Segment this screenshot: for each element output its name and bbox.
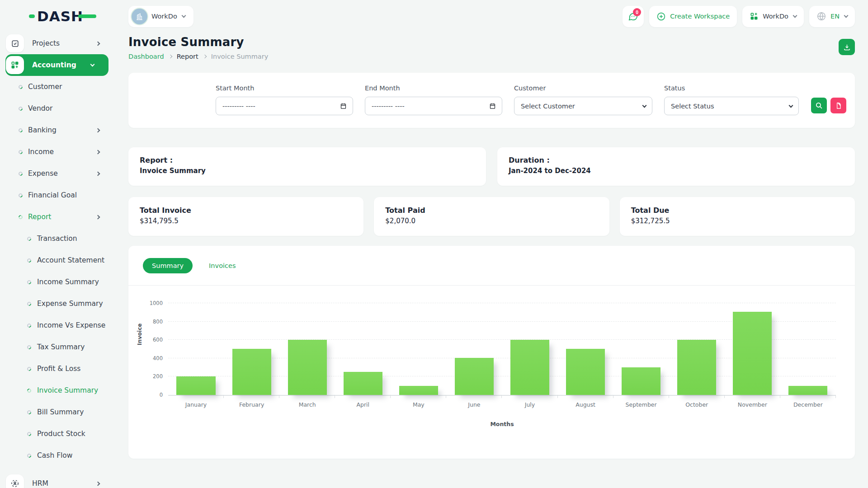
sidebar-item-income-vs-expense[interactable]: Income Vs Expense: [0, 314, 114, 336]
chevron-right-icon: [96, 171, 100, 176]
bar-group-december: December: [780, 304, 836, 395]
sidebar-item-label: Profit & Loss: [37, 365, 80, 373]
bullet-dot-icon: [18, 171, 24, 177]
x-axis-tick-label: December: [769, 401, 847, 408]
bar-november: [733, 312, 772, 395]
sidebar-item-expense-summary[interactable]: Expense Summary: [0, 293, 114, 314]
bar-april: [344, 372, 382, 395]
bullet-dot-icon: [26, 366, 32, 372]
bars-container: JanuaryFebruaryMarchAprilMayJuneJulyAugu…: [168, 304, 836, 395]
report-label: Report :: [140, 156, 475, 164]
logo-accent-right: [78, 14, 96, 18]
sidebar-item-hrm[interactable]: HRM: [0, 473, 114, 488]
bullet-dot-icon: [26, 258, 32, 263]
messages-count-badge: 0: [633, 8, 641, 16]
workdo-menu-button[interactable]: WorkDo: [742, 6, 804, 27]
reset-file-icon: [835, 102, 842, 109]
start-month-group: Start Month --------- ----: [216, 84, 353, 115]
end-month-input[interactable]: --------- ----: [365, 97, 502, 115]
page-content: Invoice Summary DashboardReportInvoice S…: [114, 35, 868, 459]
sidebar-item-invoice-summary[interactable]: Invoice Summary: [0, 380, 114, 401]
sidebar-item-vendor[interactable]: Vendor: [0, 98, 114, 119]
sidebar-item-label: Customer: [28, 83, 62, 91]
breadcrumb-item[interactable]: Report: [177, 53, 198, 60]
language-code: EN: [830, 13, 840, 20]
create-workspace-button[interactable]: Create Workspace: [649, 6, 737, 27]
tabs-divider: [128, 285, 855, 286]
sidebar-item-label: Bill Summary: [37, 408, 84, 416]
sidebar-item-label: Income Summary: [37, 278, 99, 286]
page-title: Invoice Summary: [128, 35, 268, 49]
customer-label: Customer: [514, 84, 652, 92]
sidebar-item-projects[interactable]: Projects: [0, 33, 114, 54]
sidebar-item-bill-summary[interactable]: Bill Summary: [0, 401, 114, 423]
messages-button[interactable]: 0: [623, 6, 644, 27]
bullet-dot-icon: [18, 106, 24, 112]
breadcrumb-separator-icon: [203, 55, 207, 58]
report-value: Invoice Summary: [140, 167, 475, 175]
status-group: Status Select Status: [664, 84, 799, 115]
tab-invoices[interactable]: Invoices: [200, 258, 245, 273]
sidebar-item-customer[interactable]: Customer: [0, 76, 114, 98]
sidebar-item-transaction[interactable]: Transaction: [0, 228, 114, 249]
sidebar-item-income[interactable]: Income: [0, 141, 114, 163]
bar-may: [399, 386, 438, 395]
chart-plot-area: 02004006008001000JanuaryFebruaryMarchApr…: [168, 304, 836, 396]
sidebar-item-label: Income: [28, 148, 54, 156]
sidebar-item-profit-loss[interactable]: Profit & Loss: [0, 358, 114, 380]
sidebar-item-label: Transaction: [37, 235, 77, 243]
breadcrumb-item[interactable]: Dashboard: [128, 53, 164, 60]
bar-february: [232, 349, 271, 395]
sidebar-item-account-statement[interactable]: Account Statement: [0, 249, 114, 271]
sidebar-item-income-summary[interactable]: Income Summary: [0, 271, 114, 293]
bullet-dot-icon: [26, 453, 32, 459]
chart-tabs: SummaryInvoices: [128, 258, 855, 273]
sidebar-item-expense[interactable]: Expense: [0, 163, 114, 184]
sidebar-item-label: Invoice Summary: [37, 386, 98, 394]
reset-filter-button[interactable]: [830, 98, 846, 113]
workspace-name: WorkDo: [151, 13, 177, 20]
sidebar-item-product-stock[interactable]: Product Stock: [0, 423, 114, 445]
topbar-actions: 0 Create Workspace WorkDo: [623, 6, 855, 27]
sidebar-item-cash-flow[interactable]: Cash Flow: [0, 445, 114, 466]
download-button[interactable]: [839, 39, 855, 55]
start-month-input[interactable]: --------- ----: [216, 97, 353, 115]
workspace-avatar-building-icon: [132, 9, 147, 24]
status-select[interactable]: Select Status: [664, 97, 799, 115]
topbar: WorkDo 0 Create Wor: [114, 0, 868, 33]
bullet-dot-icon: [26, 279, 32, 285]
logo-text: DASH: [37, 8, 83, 24]
sidebar-item-label: Expense: [28, 169, 58, 178]
app-root: DASH ProjectsAccountingCustomerVendorBan…: [0, 0, 868, 488]
sidebar-item-tax-summary[interactable]: Tax Summary: [0, 336, 114, 358]
bullet-dot-icon: [26, 388, 32, 394]
bar-group-june: June: [446, 304, 502, 395]
chevron-down-icon: [793, 14, 797, 18]
bar-group-october: October: [669, 304, 725, 395]
start-month-label: Start Month: [216, 84, 353, 92]
bullet-dot-icon: [18, 192, 24, 198]
workspace-switcher[interactable]: WorkDo: [128, 6, 193, 27]
end-month-group: End Month --------- ----: [365, 84, 502, 115]
search-icon: [815, 102, 823, 109]
y-axis-tick-label: 200: [153, 373, 163, 380]
sidebar-item-banking[interactable]: Banking: [0, 119, 114, 141]
logo-accent-left: [29, 14, 35, 18]
sidebar: DASH ProjectsAccountingCustomerVendorBan…: [0, 0, 114, 488]
chevron-right-icon: [96, 41, 100, 46]
apply-filter-button[interactable]: [811, 98, 827, 113]
tab-summary[interactable]: Summary: [143, 258, 193, 273]
sidebar-item-report[interactable]: Report: [0, 206, 114, 228]
app-logo[interactable]: DASH: [0, 0, 114, 33]
sidebar-item-financial-goal[interactable]: Financial Goal: [0, 184, 114, 206]
bar-december: [788, 386, 827, 395]
filter-buttons: [811, 98, 846, 113]
sidebar-item-accounting[interactable]: Accounting: [5, 54, 108, 76]
duration-label: Duration :: [509, 156, 844, 164]
customer-select[interactable]: Select Customer: [514, 97, 652, 115]
y-axis-tick-label: 800: [153, 319, 163, 325]
bullet-dot-icon: [26, 236, 32, 242]
bar-group-november: November: [725, 304, 780, 395]
language-selector[interactable]: EN: [809, 6, 855, 27]
chevron-down-icon: [789, 103, 793, 108]
